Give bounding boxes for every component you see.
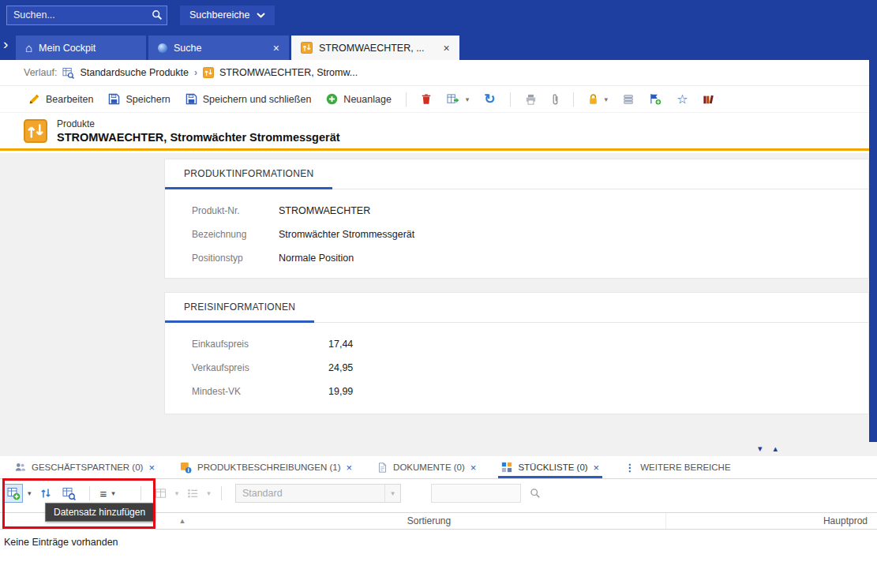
collapse-down-icon[interactable]: ▾ xyxy=(758,444,763,453)
chevron-down-icon[interactable]: ▾ xyxy=(111,489,115,497)
record-type: Produkte xyxy=(57,118,340,129)
plus-circle-icon xyxy=(326,93,338,105)
save-button[interactable]: Speichern xyxy=(102,90,176,108)
menu-icon[interactable]: ≡ xyxy=(100,488,107,500)
tab-weitere-bereiche[interactable]: ⋮ WEITERE BEREICHE xyxy=(624,456,730,478)
close-icon[interactable]: × xyxy=(347,463,353,473)
new-record-button[interactable]: Neuanlage xyxy=(320,90,397,108)
card-tab-row: PRODUKTINFORMATIONEN xyxy=(165,159,868,189)
field-value[interactable]: Normale Position xyxy=(279,253,354,264)
sort-ascending-icon[interactable]: ▲ xyxy=(172,512,193,530)
tab-label: PRODUKTBESCHREIBUNGEN (1) xyxy=(197,463,340,472)
field-value[interactable]: 19,99 xyxy=(328,386,353,397)
field-value[interactable]: 17,44 xyxy=(328,339,353,350)
field-value[interactable]: STROMWAECHTER xyxy=(279,205,370,216)
toolbar-separator xyxy=(573,92,574,107)
tab-stromwaechter[interactable]: STROMWAECHTER, ... × xyxy=(291,36,459,60)
library-button[interactable] xyxy=(696,91,721,108)
field-label: Verkaufspreis xyxy=(192,362,328,373)
chevron-down-icon[interactable]: ▾ xyxy=(28,489,32,497)
field-row: Mindest-VK 19,99 xyxy=(192,380,868,403)
tab-suche[interactable]: Suche × xyxy=(148,36,289,60)
floppy-icon xyxy=(108,93,120,105)
tab-geschaeftspartner[interactable]: GESCHÄFTSPARTNER (0) × xyxy=(14,456,155,478)
new-record-label: Neuanlage xyxy=(343,94,391,105)
flag-plus-icon xyxy=(649,93,661,105)
bottom-tabbar: GESCHÄFTSPARTNER (0) × PRODUKTBESCHREIBU… xyxy=(0,456,877,479)
field-label: Positionstyp xyxy=(192,253,279,264)
field-value[interactable]: 24,95 xyxy=(328,362,353,373)
permissions-button[interactable]: ▾ xyxy=(582,90,615,108)
card-preisinformationen: PREISINFORMATIONEN Einkaufspreis 17,44 V… xyxy=(164,292,869,414)
global-search[interactable] xyxy=(6,6,167,25)
chevron-down-icon[interactable]: ▾ xyxy=(605,96,609,103)
tab-preisinformationen[interactable]: PREISINFORMATIONEN xyxy=(165,293,314,323)
people-icon xyxy=(14,462,26,473)
field-value[interactable]: Stromwächter Strommessgerät xyxy=(279,229,414,240)
record-header: Produkte STROMWAECHTER, Stromwächter Str… xyxy=(0,113,869,151)
view-select-value: Standard xyxy=(236,485,384,502)
document-icon xyxy=(377,462,388,474)
column-header-sortierung[interactable]: Sortierung xyxy=(193,515,665,526)
tab-overflow-chevron-icon[interactable]: › xyxy=(3,36,8,51)
search-areas-button[interactable]: Suchbereiche xyxy=(180,6,275,25)
view-table-button-disabled xyxy=(152,484,171,503)
field-row: Verkaufspreis 24,95 xyxy=(192,356,868,380)
field-label: Bezeichnung xyxy=(192,229,279,240)
right-sidebar-strip[interactable] xyxy=(869,60,877,442)
chevron-down-icon[interactable]: ▾ xyxy=(466,96,470,103)
column-header-hauptprodukt[interactable]: Hauptprod xyxy=(665,513,877,529)
transfer-records-button[interactable] xyxy=(36,484,55,503)
toolbar-separator xyxy=(221,486,222,500)
tab-mein-cockpit[interactable]: ⌂ Mein Cockpit xyxy=(16,36,146,60)
close-icon[interactable]: × xyxy=(594,463,600,473)
list-search-input[interactable] xyxy=(431,484,521,503)
card-tab-row: PREISINFORMATIONEN xyxy=(165,293,868,323)
field-row: Einkaufspreis 17,44 xyxy=(192,332,868,356)
tab-label: STÜCKLISTE (0) xyxy=(518,463,587,472)
export-button[interactable]: ▾ xyxy=(440,90,476,108)
record-toolbar: Bearbeiten Speichern Speichern und schli… xyxy=(0,86,869,113)
favorite-button[interactable]: ☆ xyxy=(670,90,694,109)
table-export-icon xyxy=(447,93,459,105)
product-info-icon xyxy=(180,462,192,474)
search-records-button[interactable] xyxy=(60,484,79,503)
close-icon[interactable]: × xyxy=(470,463,477,473)
view-select[interactable]: Standard ▾ xyxy=(235,484,401,503)
global-search-input[interactable] xyxy=(7,6,147,24)
tab-produktbeschreibungen[interactable]: PRODUKTBESCHREIBUNGEN (1) × xyxy=(180,456,352,478)
collapse-up-icon[interactable]: ▴ xyxy=(773,444,778,453)
close-icon[interactable]: × xyxy=(431,43,450,54)
empty-list-message: Keine Einträge vorhanden xyxy=(0,530,877,548)
chevron-down-icon[interactable]: ▾ xyxy=(384,485,400,502)
close-icon[interactable]: × xyxy=(148,463,155,473)
breadcrumb-item-standardsuche[interactable]: Standardsuche Produkte xyxy=(80,67,189,78)
field-label: Mindest-VK xyxy=(192,386,328,397)
tab-label: DOKUMENTE (0) xyxy=(393,463,465,472)
save-label: Speichern xyxy=(126,94,170,105)
tab-dokumente[interactable]: DOKUMENTE (0) × xyxy=(377,456,476,478)
search-icon[interactable] xyxy=(147,6,167,24)
tab-stueckliste[interactable]: STÜCKLISTE (0) × xyxy=(501,456,599,478)
delete-button[interactable] xyxy=(414,90,438,108)
add-record-button[interactable] xyxy=(4,484,23,503)
field-list: Einkaufspreis 17,44 Verkaufspreis 24,95 … xyxy=(165,323,868,403)
add-flag-button[interactable] xyxy=(643,90,668,108)
archive-button[interactable] xyxy=(617,91,640,108)
attachment-button[interactable] xyxy=(545,90,565,108)
edit-button[interactable]: Bearbeiten xyxy=(22,90,99,108)
refresh-button[interactable]: ↻ xyxy=(478,89,501,109)
content-area: PRODUKTINFORMATIONEN Produkt-Nr. STROMWA… xyxy=(0,153,877,456)
tab-label: Suche xyxy=(174,43,201,54)
toolbar-separator xyxy=(406,92,407,107)
panel-collapse-controls: ▾ ▴ xyxy=(758,444,778,453)
printer-icon xyxy=(525,94,537,105)
tab-label: WEITERE BEREICHE xyxy=(640,463,730,472)
save-close-button[interactable]: Speichern und schließen xyxy=(179,90,318,108)
close-icon[interactable]: × xyxy=(260,43,279,54)
tab-produktinformationen[interactable]: PRODUKTINFORMATIONEN xyxy=(165,159,332,189)
print-button[interactable] xyxy=(519,91,543,108)
breadcrumb-item-record[interactable]: STROMWAECHTER, Stromw... xyxy=(219,67,358,78)
star-icon: ☆ xyxy=(676,93,688,106)
list-search-icon[interactable] xyxy=(526,484,545,503)
